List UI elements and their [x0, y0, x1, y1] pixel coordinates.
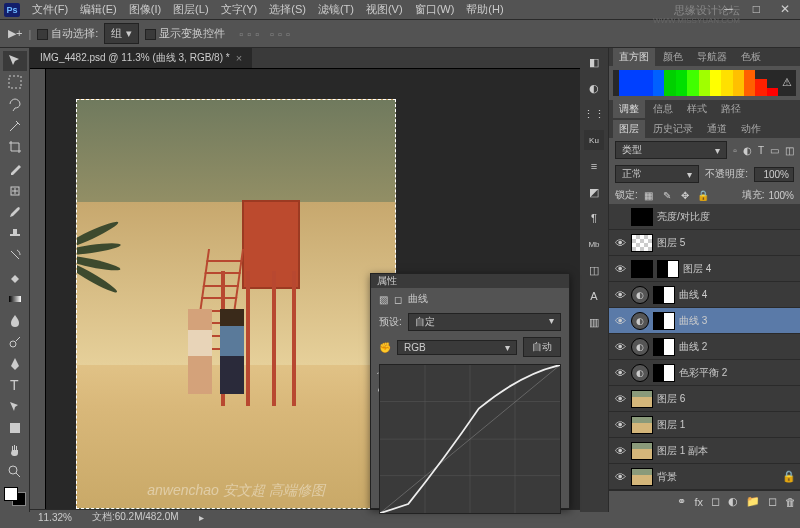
eyedropper-tool[interactable] [3, 159, 27, 179]
show-transform-checkbox[interactable] [145, 29, 156, 40]
visibility-toggle[interactable]: 👁 [613, 445, 627, 457]
stamp-tool[interactable] [3, 224, 27, 244]
layer-name[interactable]: 色彩平衡 2 [679, 366, 796, 380]
visibility-toggle[interactable]: 👁 [613, 289, 627, 301]
visibility-toggle[interactable]: 👁 [613, 471, 627, 483]
layer-name[interactable]: 图层 5 [657, 236, 796, 250]
visibility-toggle[interactable]: 👁 [613, 419, 627, 431]
preset-dropdown[interactable]: 自定▾ [408, 313, 561, 331]
brush-tool[interactable] [3, 202, 27, 222]
layer-row[interactable]: 👁◐曲线 4 [609, 282, 800, 308]
link-layers-icon[interactable]: ⚭ [677, 495, 686, 508]
healing-tool[interactable] [3, 181, 27, 201]
auto-select-dropdown[interactable]: 组▾ [104, 23, 139, 44]
hand-tool[interactable] [3, 440, 27, 460]
tab-styles[interactable]: 样式 [681, 100, 713, 118]
history-brush-tool[interactable] [3, 246, 27, 266]
layer-name[interactable]: 背景 [657, 470, 778, 484]
blend-mode-dropdown[interactable]: 正常▾ [615, 165, 699, 183]
properties-panel[interactable]: 属性 ▧◻曲线 预设:自定▾ ✊RGB▾自动 〰 ✎ [370, 273, 570, 509]
visibility-toggle[interactable]: 👁 [613, 341, 627, 353]
layer-name[interactable]: 图层 1 [657, 418, 796, 432]
layer-name[interactable]: 图层 1 副本 [657, 444, 796, 458]
dock-icon-6[interactable]: ◩ [584, 182, 604, 202]
dock-icon-7[interactable]: ¶ [584, 208, 604, 228]
dock-type-icon[interactable]: A [584, 286, 604, 306]
filter-shape-icon[interactable]: ▭ [770, 145, 779, 156]
channel-dropdown[interactable]: RGB▾ [397, 340, 517, 355]
shape-tool[interactable] [3, 419, 27, 439]
close-tab-icon[interactable]: × [236, 52, 242, 64]
dock-icon-11[interactable]: ▥ [584, 312, 604, 332]
marquee-tool[interactable] [3, 73, 27, 93]
tab-actions[interactable]: 动作 [735, 120, 767, 138]
group-icon[interactable]: 📁 [746, 495, 760, 508]
color-swatches[interactable] [4, 487, 26, 507]
dock-icon-1[interactable]: ◧ [584, 52, 604, 72]
dock-icon-2[interactable]: ◐ [584, 78, 604, 98]
menu-layer[interactable]: 图层(L) [167, 2, 214, 17]
visibility-toggle[interactable]: 👁 [613, 237, 627, 249]
tab-navigator[interactable]: 导航器 [691, 48, 733, 66]
filter-pixel-icon[interactable]: ▫ [733, 145, 737, 156]
auto-button[interactable]: 自动 [523, 337, 561, 357]
chevron-right-icon[interactable]: ▸ [199, 512, 204, 523]
layer-row[interactable]: 👁◐曲线 2 [609, 334, 800, 360]
layer-mask-icon[interactable]: ◻ [711, 495, 720, 508]
gradient-tool[interactable] [3, 289, 27, 309]
menu-window[interactable]: 窗口(W) [409, 2, 461, 17]
window-minimize-icon[interactable]: ─ [718, 2, 739, 16]
hand-icon[interactable]: ✊ [379, 342, 391, 353]
menu-filter[interactable]: 滤镜(T) [312, 2, 360, 17]
visibility-toggle[interactable]: 👁 [613, 263, 627, 275]
layer-fx-icon[interactable]: fx [694, 496, 703, 508]
tab-history[interactable]: 历史记录 [647, 120, 699, 138]
menu-type[interactable]: 文字(Y) [215, 2, 264, 17]
dock-kuler-icon[interactable]: Ku [584, 130, 604, 150]
visibility-toggle[interactable]: 👁 [613, 367, 627, 379]
tab-adjustments[interactable]: 调整 [613, 100, 645, 118]
delete-layer-icon[interactable]: 🗑 [785, 496, 796, 508]
layer-row[interactable]: 👁图层 6 [609, 386, 800, 412]
filter-smart-icon[interactable]: ◫ [785, 145, 794, 156]
filter-type-icon[interactable]: T [758, 145, 764, 156]
tab-paths[interactable]: 路径 [715, 100, 747, 118]
filter-adj-icon[interactable]: ◐ [743, 145, 752, 156]
lock-move-icon[interactable]: ✥ [678, 188, 692, 202]
tab-color[interactable]: 颜色 [657, 48, 689, 66]
lasso-tool[interactable] [3, 94, 27, 114]
type-tool[interactable]: T [3, 375, 27, 395]
document-tab[interactable]: IMG_4482.psd @ 11.3% (曲线 3, RGB/8) * × [30, 48, 252, 68]
align-icons[interactable]: ▫▫▫ ▫▫▫ [239, 28, 293, 40]
window-maximize-icon[interactable]: □ [747, 2, 766, 16]
crop-tool[interactable] [3, 138, 27, 158]
layer-name[interactable]: 亮度/对比度 [657, 210, 796, 224]
layer-row[interactable]: 👁◐曲线 3 [609, 308, 800, 334]
fill-input[interactable]: 100% [768, 190, 794, 201]
visibility-toggle[interactable]: 👁 [613, 393, 627, 405]
window-close-icon[interactable]: ✕ [774, 2, 796, 16]
layer-filter-dropdown[interactable]: 类型▾ [615, 141, 727, 159]
tab-layers[interactable]: 图层 [613, 120, 645, 138]
tab-channels[interactable]: 通道 [701, 120, 733, 138]
eraser-tool[interactable] [3, 267, 27, 287]
lock-all-icon[interactable]: 🔒 [696, 188, 710, 202]
dock-icon-8[interactable]: Mb [584, 234, 604, 254]
menu-file[interactable]: 文件(F) [26, 2, 74, 17]
tab-swatches[interactable]: 色板 [735, 48, 767, 66]
curves-graph[interactable] [379, 364, 561, 514]
layer-row[interactable]: 👁图层 1 副本 [609, 438, 800, 464]
layer-name[interactable]: 图层 4 [683, 262, 796, 276]
pen-tool[interactable] [3, 354, 27, 374]
layer-name[interactable]: 曲线 3 [679, 314, 796, 328]
move-tool-icon[interactable]: ▶+ [8, 27, 22, 40]
auto-select-checkbox[interactable] [37, 29, 48, 40]
menu-select[interactable]: 选择(S) [263, 2, 312, 17]
layer-list[interactable]: 亮度/对比度👁图层 5👁图层 4👁◐曲线 4👁◐曲线 3👁◐曲线 2👁◐色彩平衡… [609, 204, 800, 490]
blur-tool[interactable] [3, 311, 27, 331]
dock-icon-5[interactable]: ≡ [584, 156, 604, 176]
tab-info[interactable]: 信息 [647, 100, 679, 118]
layer-row[interactable]: 👁图层 1 [609, 412, 800, 438]
zoom-level[interactable]: 11.32% [38, 512, 72, 523]
ruler-vertical[interactable] [30, 69, 46, 509]
